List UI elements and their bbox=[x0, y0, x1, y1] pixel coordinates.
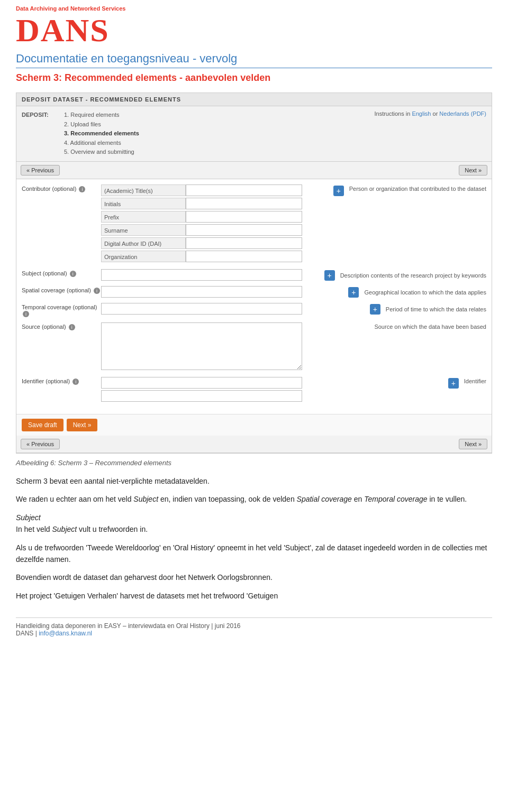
prev-button-bottom[interactable]: « Previous bbox=[21, 439, 60, 449]
page-title: Documentatie en toegangsniveau - vervolg bbox=[16, 52, 492, 68]
identifier-row2 bbox=[101, 390, 444, 402]
nav-row-bottom: « Previous Next » bbox=[16, 436, 492, 453]
body-para-1: Scherm 3 bevat een aantal niet-verplicht… bbox=[16, 475, 492, 487]
body-para-5: Bovendien wordt de dataset dan geharvest… bbox=[16, 571, 492, 583]
step-2: 2. Upload files bbox=[64, 120, 374, 130]
organization-label: Organization bbox=[101, 251, 186, 262]
next-button-top[interactable]: Next » bbox=[459, 165, 487, 176]
dai-label: Digital Author ID (DAI) bbox=[101, 237, 186, 249]
body-para-2: We raden u echter aan om het veld Subjec… bbox=[16, 493, 492, 505]
save-draft-button[interactable]: Save draft bbox=[22, 419, 64, 431]
steps-list: 1. Required elements 2. Upload files 3. … bbox=[64, 110, 374, 157]
dutch-link[interactable]: Nederlands (PDF) bbox=[439, 110, 486, 117]
form-fields-area: Contributor (optional) i (Academic) Titl… bbox=[16, 179, 492, 414]
identifier-info-icon[interactable]: i bbox=[72, 379, 79, 385]
spatial-description: Geographical location to which the data … bbox=[364, 289, 486, 296]
body-para-4: Als u de trefwoorden 'Tweede Wereldoorlo… bbox=[16, 542, 492, 566]
footer-line-2: DANS | info@dans.knaw.nl bbox=[16, 630, 492, 637]
spatial-plus-button[interactable]: + bbox=[348, 287, 359, 298]
step-4: 4. Additional elements bbox=[64, 139, 374, 148]
dai-input[interactable] bbox=[186, 237, 302, 249]
title-input[interactable] bbox=[186, 184, 302, 196]
source-info-icon[interactable]: i bbox=[69, 324, 75, 330]
identifier-plus-button[interactable]: + bbox=[448, 378, 459, 389]
title-label: (Academic) Title(s) bbox=[101, 184, 186, 196]
temporal-info-icon[interactable]: i bbox=[23, 311, 29, 317]
step-1: 1. Required elements bbox=[64, 110, 374, 120]
contributor-description: Person or organization that contributed … bbox=[349, 186, 486, 192]
surname-input[interactable] bbox=[186, 224, 302, 236]
body-para-6: Het project 'Getuigen Verhalen' harvest … bbox=[16, 590, 492, 602]
source-description: Source on which the data have been based bbox=[374, 324, 486, 330]
footer-line-1: Handleiding data deponeren in EASY – int… bbox=[16, 622, 492, 630]
spatial-inputs bbox=[101, 286, 344, 298]
prev-button-top[interactable]: « Previous bbox=[21, 165, 60, 176]
identifier-row1 bbox=[101, 377, 444, 389]
organization-row: Organization bbox=[101, 251, 329, 262]
subject-section: Subject (optional) i + Description conte… bbox=[22, 269, 486, 281]
temporal-section: Temporal coverage (optional) i + Period … bbox=[22, 303, 486, 317]
next-button-bottom[interactable]: Next » bbox=[459, 439, 487, 449]
temporal-input[interactable] bbox=[101, 303, 302, 315]
organization-input[interactable] bbox=[186, 251, 302, 262]
initials-input[interactable] bbox=[186, 198, 302, 209]
temporal-inputs bbox=[101, 303, 366, 315]
contributor-section: Contributor (optional) i (Academic) Titl… bbox=[22, 184, 486, 264]
surname-label: Surname bbox=[101, 224, 186, 236]
deposit-label: DEPOSIT: bbox=[22, 112, 64, 118]
subject-info-icon[interactable]: i bbox=[70, 271, 76, 277]
header-tagline: Data Archiving and Networked Services bbox=[16, 5, 492, 12]
source-textarea[interactable] bbox=[101, 322, 302, 370]
spatial-section: Spatial coverage (optional) i + Geograph… bbox=[22, 286, 486, 298]
spatial-info-icon[interactable]: i bbox=[94, 288, 100, 294]
identifier-section: Identifier (optional) i + Identifier bbox=[22, 377, 486, 403]
surname-row: Surname bbox=[101, 224, 329, 236]
footer: Handleiding data deponeren in EASY – int… bbox=[16, 617, 492, 637]
dai-row: Digital Author ID (DAI) bbox=[101, 237, 329, 249]
prefix-label: Prefix bbox=[101, 211, 186, 223]
instructions-links: Instructions in English or Nederlands (P… bbox=[374, 110, 486, 117]
temporal-label: Temporal coverage (optional) i bbox=[22, 303, 101, 317]
identifier-description: Identifier bbox=[464, 378, 486, 384]
spatial-input[interactable] bbox=[101, 286, 302, 298]
spatial-label: Spatial coverage (optional) i bbox=[22, 286, 101, 294]
contributor-info-icon[interactable]: i bbox=[79, 186, 85, 192]
form-container: DEPOSIT DATASET - RECOMMENDED ELEMENTS D… bbox=[16, 93, 492, 454]
caption: Afbeelding 6: Scherm 3 – Recommended ele… bbox=[16, 459, 492, 467]
identifier-inputs bbox=[101, 377, 444, 403]
logo: DANS bbox=[16, 14, 492, 47]
contributor-plus-button[interactable]: + bbox=[333, 186, 344, 196]
english-link[interactable]: English bbox=[412, 110, 431, 117]
title-row: (Academic) Title(s) bbox=[101, 184, 329, 196]
step-5: 5. Overview and submitting bbox=[64, 147, 374, 157]
step-3: 3. Recommended elements bbox=[64, 129, 374, 139]
next-button-action[interactable]: Next » bbox=[67, 419, 98, 431]
subject-description: Description contents of the research pro… bbox=[340, 272, 486, 279]
form-steps-row: DEPOSIT: 1. Required elements 2. Upload … bbox=[16, 106, 492, 162]
action-buttons-row: Save draft Next » bbox=[16, 414, 492, 436]
source-label: Source (optional) i bbox=[22, 322, 101, 330]
subject-label: Subject (optional) i bbox=[22, 269, 101, 277]
prefix-input[interactable] bbox=[186, 211, 302, 223]
page-header: Data Archiving and Networked Services DA… bbox=[16, 0, 492, 93]
subject-inputs bbox=[101, 269, 320, 281]
identifier-input-1[interactable] bbox=[101, 377, 302, 389]
form-header-bar: DEPOSIT DATASET - RECOMMENDED ELEMENTS bbox=[16, 93, 492, 106]
prefix-row: Prefix bbox=[101, 211, 329, 223]
source-section: Source (optional) i Source on which the … bbox=[22, 322, 486, 372]
contributor-inputs: (Academic) Title(s) Initials Prefix Surn… bbox=[101, 184, 329, 264]
initials-label: Initials bbox=[101, 198, 186, 209]
identifier-label: Identifier (optional) i bbox=[22, 377, 101, 385]
nav-row-top: « Previous Next » bbox=[16, 162, 492, 179]
subject-plus-button[interactable]: + bbox=[324, 270, 335, 281]
contributor-label: Contributor (optional) i bbox=[22, 184, 101, 192]
temporal-plus-button[interactable]: + bbox=[370, 304, 380, 315]
initials-row: Initials bbox=[101, 198, 329, 209]
identifier-input-2[interactable] bbox=[101, 390, 302, 402]
footer-email-link[interactable]: info@dans.knaw.nl bbox=[39, 630, 92, 637]
temporal-description: Period of time to which the data relates bbox=[386, 306, 486, 312]
source-inputs bbox=[101, 322, 359, 372]
subject-input[interactable] bbox=[101, 269, 302, 281]
section-title: Scherm 3: Recommended elements - aanbevo… bbox=[16, 72, 492, 84]
body-para-3: SubjectIn het veld Subject vult u trefwo… bbox=[16, 512, 492, 536]
